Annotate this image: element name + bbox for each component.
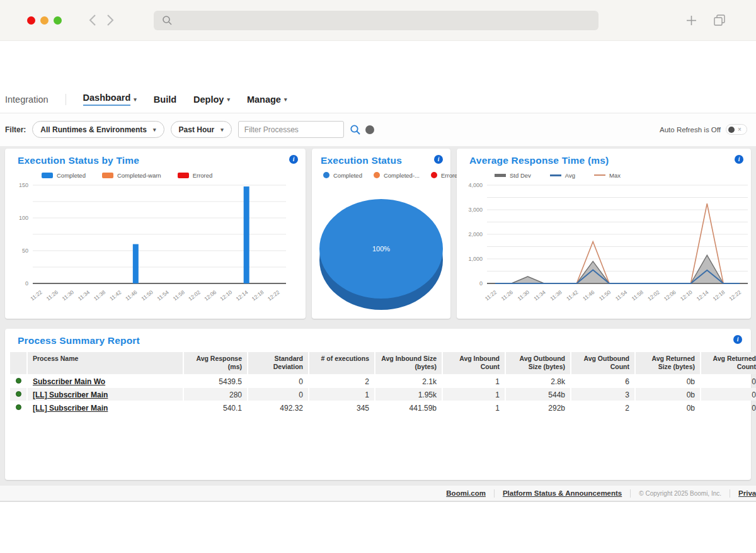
browser-back-icon[interactable] xyxy=(88,14,97,26)
column-header[interactable]: Standard Deviation xyxy=(248,352,308,374)
table-cell: 544b xyxy=(506,388,570,401)
filter-processes-input[interactable] xyxy=(238,121,344,138)
legend-item: Errored xyxy=(178,172,213,179)
bar-12:14 xyxy=(244,186,249,283)
browser-chrome xyxy=(0,0,756,41)
svg-text:11:22: 11:22 xyxy=(484,289,498,302)
table-cell: 0 xyxy=(701,401,756,414)
chevron-down-icon: ▾ xyxy=(284,96,287,103)
legend-item: Std Dev xyxy=(495,172,531,179)
svg-text:100: 100 xyxy=(19,215,28,221)
table-cell: 0 xyxy=(701,388,756,401)
chevron-down-icon: ▾ xyxy=(134,96,137,103)
process-name-link[interactable]: Subscriber Main Wo xyxy=(28,375,183,387)
legend-item: Completed xyxy=(323,172,362,179)
search-icon[interactable] xyxy=(350,124,361,135)
legend-item: Completed xyxy=(42,172,86,179)
table-cell: 0b xyxy=(636,401,700,414)
table-row: [LL] Subscriber Main280011.95k1544b30b0 xyxy=(10,388,756,401)
execution-status-pie-chart: 100% xyxy=(312,180,450,312)
tab-overview-icon[interactable] xyxy=(713,14,726,26)
bar-chart-legend: CompletedCompleted-warnErrored xyxy=(5,170,306,180)
svg-text:11:42: 11:42 xyxy=(565,289,580,302)
svg-text:3,000: 3,000 xyxy=(468,207,483,213)
process-name-link[interactable]: [LL] Subscriber Main xyxy=(28,401,183,414)
loading-indicator-icon xyxy=(365,125,374,134)
svg-text:12:06: 12:06 xyxy=(663,289,677,302)
table-cell: 5439.5 xyxy=(184,375,247,387)
process-name-link[interactable]: [LL] Subscriber Main xyxy=(28,388,183,401)
nav-build[interactable]: Build xyxy=(154,94,176,105)
address-bar[interactable] xyxy=(154,11,598,30)
info-icon[interactable]: i xyxy=(735,155,743,164)
svg-text:12:02: 12:02 xyxy=(187,289,202,302)
status-cell xyxy=(10,401,26,414)
nav-integration[interactable]: Integration xyxy=(5,94,49,105)
platform-status-link[interactable]: Platform Status & Announcements xyxy=(495,489,630,497)
time-filter-dropdown[interactable]: Past Hour▾ xyxy=(171,121,232,138)
table-cell: 1.95k xyxy=(375,388,442,401)
table-title: Process Summary Report xyxy=(18,335,140,346)
svg-text:50: 50 xyxy=(22,248,28,254)
process-summary-report-card: Process Summary Report i Process NameAvg… xyxy=(5,329,751,480)
privacy-link[interactable]: Privacy xyxy=(730,489,756,497)
svg-text:12:10: 12:10 xyxy=(219,289,233,302)
svg-text:12:18: 12:18 xyxy=(251,289,265,302)
info-icon[interactable]: i xyxy=(434,155,443,164)
nav-manage[interactable]: Manage▾ xyxy=(247,94,287,105)
legend-swatch xyxy=(594,174,605,176)
svg-text:11:30: 11:30 xyxy=(61,289,76,302)
table-row: [LL] Subscriber Main540.1492.32345441.59… xyxy=(10,401,756,414)
svg-text:11:46: 11:46 xyxy=(124,289,139,302)
svg-text:11:50: 11:50 xyxy=(140,289,154,302)
info-icon[interactable]: i xyxy=(733,335,742,344)
svg-text:11:38: 11:38 xyxy=(549,289,563,302)
column-header[interactable]: Avg Inbound Size (bytes) xyxy=(375,352,442,374)
table-cell: 292b xyxy=(506,401,570,414)
svg-text:11:46: 11:46 xyxy=(581,289,596,302)
runtime-filter-dropdown[interactable]: All Runtimes & Environments▾ xyxy=(32,121,164,138)
minimize-window-button[interactable] xyxy=(40,16,49,25)
pie-slice-completed[interactable]: 100% xyxy=(319,199,443,299)
svg-text:12:22: 12:22 xyxy=(728,289,742,302)
legend-swatch xyxy=(323,172,329,178)
table-cell: 492.32 xyxy=(248,401,308,414)
table-cell: 345 xyxy=(309,401,374,414)
new-tab-icon[interactable] xyxy=(686,15,697,26)
svg-text:11:34: 11:34 xyxy=(532,289,547,302)
nav-dashboard[interactable]: Dashboard▾ xyxy=(83,93,137,106)
svg-text:2,000: 2,000 xyxy=(468,231,483,237)
line-chart-legend: Std DevAvgMax xyxy=(457,170,751,180)
column-header[interactable]: Avg Outbound Size (bytes) xyxy=(506,352,570,374)
browser-forward-icon[interactable] xyxy=(106,14,115,26)
column-header[interactable]: Avg Inbound Count xyxy=(443,352,505,374)
svg-text:12:14: 12:14 xyxy=(234,289,249,302)
nav-deploy[interactable]: Deploy▾ xyxy=(193,94,230,105)
filter-bar: Filter: All Runtimes & Environments▾ Pas… xyxy=(0,113,756,146)
svg-text:4,000: 4,000 xyxy=(468,182,483,188)
column-header[interactable]: Avg Returned Count xyxy=(701,352,756,374)
close-icon: × xyxy=(738,127,742,133)
column-header[interactable]: Avg Returned Size (bytes) xyxy=(636,352,700,374)
zoom-window-button[interactable] xyxy=(54,16,62,25)
process-summary-table: Process NameAvg Response (ms)Standard De… xyxy=(9,351,756,414)
pie-slice-label: 100% xyxy=(372,245,390,253)
column-header[interactable]: Avg Response (ms) xyxy=(184,352,247,374)
svg-text:12:22: 12:22 xyxy=(266,289,281,302)
legend-swatch xyxy=(102,173,113,178)
table-cell: 0 xyxy=(248,388,308,401)
table-cell: 0b xyxy=(636,388,700,401)
column-header[interactable]: Process Name xyxy=(28,352,183,374)
close-window-button[interactable] xyxy=(27,16,35,25)
auto-refresh-toggle[interactable]: × xyxy=(726,124,747,135)
table-cell: 0b xyxy=(636,375,700,387)
dashboard-content: Execution Status by Time i CompletedComp… xyxy=(0,146,756,485)
chevron-down-icon: ▾ xyxy=(220,127,224,133)
info-icon[interactable]: i xyxy=(289,155,298,164)
column-header[interactable]: Avg Outbound Count xyxy=(571,352,634,374)
column-header[interactable]: # of executions xyxy=(309,352,374,374)
legend-swatch xyxy=(550,174,561,176)
address-search-icon xyxy=(162,15,173,26)
copyright-text: © Copyright 2025 Boomi, Inc. xyxy=(631,490,730,497)
boomi-com-link[interactable]: Boomi.com xyxy=(438,489,494,497)
